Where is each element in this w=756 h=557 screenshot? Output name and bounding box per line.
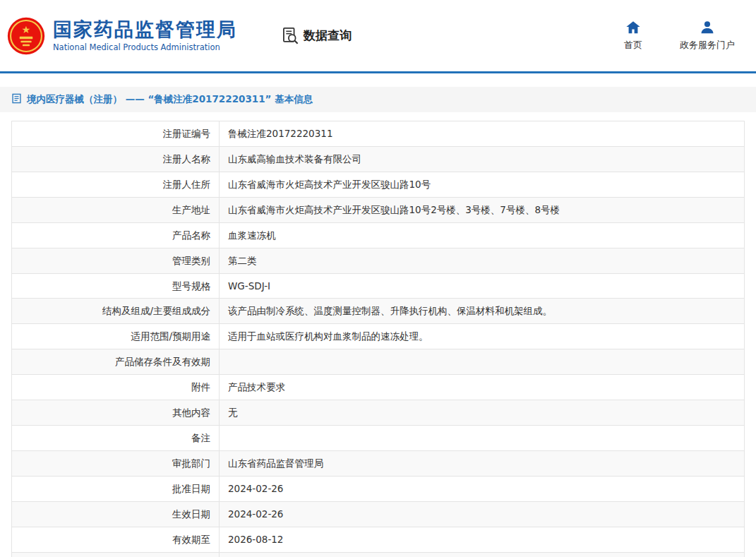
row-value: 山东省药品监督管理局 bbox=[220, 450, 745, 476]
table-row: 生产地址 山东省威海市火炬高技术产业开发区骏山路10号2号楼、3号楼、7号楼、8… bbox=[12, 197, 745, 222]
row-label: 产品名称 bbox=[12, 222, 220, 248]
table-row: 注册证编号 鲁械注准20172220311 bbox=[12, 121, 745, 147]
nav-home-label: 首页 bbox=[624, 39, 642, 52]
table-row: 结构及组成/主要组成成分 该产品由制冷系统、温度测量控制器、升降执行机构、保温材… bbox=[12, 299, 745, 324]
breadcrumb: 境内医疗器械（注册） —— “鲁械注准20172220311” 基本信息 bbox=[0, 87, 756, 112]
row-label: 审批部门 bbox=[12, 450, 220, 476]
table-row: 有效期至 2026-08-12 bbox=[12, 527, 745, 552]
row-value: 第二类 bbox=[220, 248, 745, 273]
row-label: 附件 bbox=[12, 375, 220, 400]
row-value: 无 bbox=[220, 400, 745, 426]
svg-text:★: ★ bbox=[22, 23, 31, 35]
row-label: 生产地址 bbox=[12, 197, 220, 222]
table-row: 注册人住所 山东省威海市火炬高技术产业开发区骏山路10号 bbox=[12, 172, 745, 197]
breadcrumb-text: 境内医疗器械（注册） —— “鲁械注准20172220311” 基本信息 bbox=[27, 93, 313, 106]
table-row: 适用范围/预期用途 适用于血站或医疗机构对血浆制品的速冻处理。 bbox=[12, 324, 745, 349]
table-row: 产品储存条件及有效期 bbox=[12, 349, 745, 375]
row-label: 注册人住所 bbox=[12, 172, 220, 197]
table-row: 型号规格 WG-SDJ-I bbox=[12, 273, 745, 299]
row-value: 山东省威海市火炬高技术产业开发区骏山路10号2号楼、3号楼、7号楼、8号楼 bbox=[220, 197, 745, 222]
row-value: 血浆速冻机 bbox=[220, 222, 745, 248]
row-value bbox=[220, 426, 745, 451]
row-value: 2024-02-26 bbox=[220, 476, 745, 501]
header-nav: 首页 政务服务门户 bbox=[619, 20, 735, 52]
nav-portal-label: 政务服务门户 bbox=[680, 39, 735, 52]
table-row: 备注 bbox=[12, 426, 745, 451]
table-row: 批准日期 2024-02-26 bbox=[12, 476, 745, 501]
breadcrumb-document-icon bbox=[11, 93, 22, 107]
row-label: 注册证编号 bbox=[12, 121, 220, 147]
row-label: 其他内容 bbox=[12, 400, 220, 426]
row-value: 山东省威海市火炬高技术产业开发区骏山路10号 bbox=[220, 172, 745, 197]
row-label: 管理类别 bbox=[12, 248, 220, 273]
table-row: 附件 产品技术要求 bbox=[12, 375, 745, 400]
row-value: 注册人住所由“山东省威海市火炬高技术产业开发区兴山路18号”变更为“山东省威海市… bbox=[220, 552, 745, 557]
table-row: 其他内容 无 bbox=[12, 400, 745, 426]
data-query-label: 数据查询 bbox=[304, 28, 352, 44]
row-value: 该产品由制冷系统、温度测量控制器、升降执行机构、保温材料和机架组成。 bbox=[220, 299, 745, 324]
table-row: 注册人名称 山东威高输血技术装备有限公司 bbox=[12, 146, 745, 172]
table-row: 审批部门 山东省药品监督管理局 bbox=[12, 450, 745, 476]
nav-portal[interactable]: 政务服务门户 bbox=[680, 20, 735, 52]
row-value: 2026-08-12 bbox=[220, 527, 745, 552]
org-name-en: National Medical Products Administration bbox=[53, 42, 237, 52]
row-label: 变更情况 bbox=[12, 552, 220, 557]
row-value: 2024-02-26 bbox=[220, 501, 745, 527]
row-value: WG-SDJ-I bbox=[220, 273, 745, 299]
user-icon bbox=[700, 20, 715, 35]
row-label: 产品储存条件及有效期 bbox=[12, 349, 220, 375]
brand-text: 国家药品监督管理局 National Medical Products Admi… bbox=[53, 19, 237, 52]
row-label: 有效期至 bbox=[12, 527, 220, 552]
row-value: 山东威高输血技术装备有限公司 bbox=[220, 146, 745, 172]
home-icon bbox=[625, 20, 641, 35]
row-label: 批准日期 bbox=[12, 476, 220, 501]
brand[interactable]: ★ 国家药品监督管理局 National Medical Products Ad… bbox=[7, 17, 237, 55]
header-divider bbox=[0, 71, 756, 73]
nav-data-query[interactable]: 数据查询 bbox=[281, 26, 352, 45]
org-name-cn: 国家药品监督管理局 bbox=[53, 19, 237, 40]
site-header: ★ 国家药品监督管理局 National Medical Products Ad… bbox=[0, 0, 756, 71]
table-row: 变更情况 注册人住所由“山东省威海市火炬高技术产业开发区兴山路18号”变更为“山… bbox=[12, 552, 745, 557]
nav-home[interactable]: 首页 bbox=[619, 20, 647, 52]
table-row: 管理类别 第二类 bbox=[12, 248, 745, 273]
row-value: 鲁械注准20172220311 bbox=[220, 121, 745, 147]
row-value bbox=[220, 349, 745, 375]
page: ★ 国家药品监督管理局 National Medical Products Ad… bbox=[0, 0, 756, 557]
row-value: 适用于血站或医疗机构对血浆制品的速冻处理。 bbox=[220, 324, 745, 349]
row-label: 生效日期 bbox=[12, 501, 220, 527]
registration-info-table: 注册证编号 鲁械注准20172220311 注册人名称 山东威高输血技术装备有限… bbox=[11, 121, 745, 557]
row-label: 型号规格 bbox=[12, 273, 220, 299]
data-query-icon bbox=[281, 26, 300, 45]
row-label: 注册人名称 bbox=[12, 146, 220, 172]
row-label: 适用范围/预期用途 bbox=[12, 324, 220, 349]
table-row: 产品名称 血浆速冻机 bbox=[12, 222, 745, 248]
npma-logo-emblem-icon: ★ bbox=[7, 17, 45, 55]
table-row: 生效日期 2024-02-26 bbox=[12, 501, 745, 527]
row-label: 结构及组成/主要组成成分 bbox=[12, 299, 220, 324]
row-value: 产品技术要求 bbox=[220, 375, 745, 400]
row-label: 备注 bbox=[12, 426, 220, 451]
